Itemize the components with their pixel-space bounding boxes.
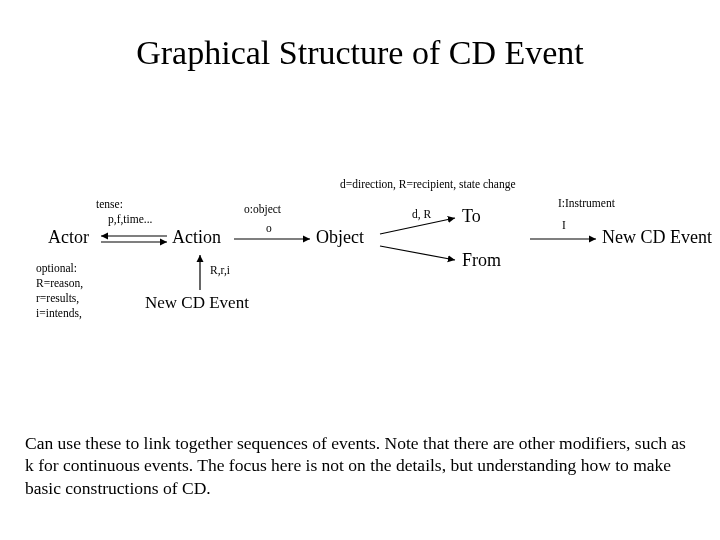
svg-line-4 xyxy=(380,246,455,260)
label-I: I xyxy=(562,219,566,231)
diagram-arrows xyxy=(0,160,720,360)
label-pftime: p,f,time... xyxy=(108,213,152,225)
label-Rri: R,r,i xyxy=(210,264,230,276)
label-rresults: r=results, xyxy=(36,292,79,304)
label-d-direction: d=direction, R=recipient, state change xyxy=(340,178,516,190)
node-to: To xyxy=(462,206,481,227)
label-I-instrument: I:Instrument xyxy=(558,197,615,209)
label-tense: tense: xyxy=(96,198,123,210)
label-dR: d, R xyxy=(412,208,431,220)
node-actor: Actor xyxy=(48,227,89,248)
slide-footer-text: Can use these to link together sequences… xyxy=(25,432,695,499)
cd-diagram: Actor Action Object To From New CD Event… xyxy=(0,160,720,360)
label-Rreason: R=reason, xyxy=(36,277,83,289)
node-from: From xyxy=(462,250,501,271)
svg-line-3 xyxy=(380,218,455,234)
label-o-object: o:object xyxy=(244,203,281,215)
label-iintends: i=intends, xyxy=(36,307,82,319)
node-object: Object xyxy=(316,227,364,248)
label-o: o xyxy=(266,222,272,234)
slide-title: Graphical Structure of CD Event xyxy=(0,0,720,72)
node-action: Action xyxy=(172,227,221,248)
node-newcd-right: New CD Event xyxy=(602,227,712,248)
node-newcd-bottom: New CD Event xyxy=(145,293,249,313)
label-optional: optional: xyxy=(36,262,77,274)
